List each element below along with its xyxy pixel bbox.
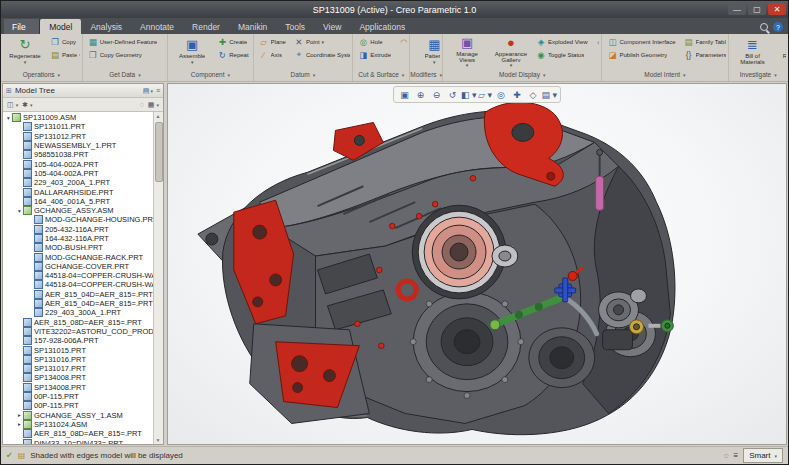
model-tree-item[interactable]: SP131015.PRT	[3, 345, 153, 354]
saved-orientations-icon[interactable]: ▤ ▾	[542, 88, 558, 101]
model-tree-item[interactable]: SP131016.PRT	[3, 355, 153, 364]
model-tree-item[interactable]: 00P-115.PRT	[3, 401, 153, 410]
model-tree-item[interactable]: SP131017.PRT	[3, 364, 153, 373]
model-tree-item[interactable]: 00P-115.PRT	[3, 392, 153, 401]
help-icon[interactable]: ?	[773, 22, 783, 32]
scroll-up-icon[interactable]: ▲	[154, 112, 162, 120]
model-tree-item[interactable]: 105-404-002A.PRT	[3, 169, 153, 178]
ribbon-tab[interactable]: Annotate	[131, 19, 183, 34]
ribbon-button[interactable]: ▦ Pattern ▾	[412, 35, 440, 69]
ribbon-button[interactable]: ❐ Copy Geometry	[85, 48, 163, 61]
ribbon-button[interactable]: ◎ Hole	[355, 35, 396, 48]
model-tree-item[interactable]: DIN433_10=DIN433=.PRT	[3, 438, 153, 444]
tree-scrollbar[interactable]: ▲ ▼	[153, 112, 163, 444]
ribbon-button[interactable]: ✚ Create	[214, 35, 250, 48]
model-tree-item[interactable]: AER_815_08D=AER_815=.PRT	[3, 318, 153, 327]
model-tree-item[interactable]: 105-404-002A.PRT	[3, 159, 153, 168]
ribbon-tab[interactable]: Model	[40, 19, 81, 34]
model-tree-item[interactable]: MOD-GCHANGE-HOUSING.PRT	[3, 215, 153, 224]
repaint-icon[interactable]: ↺	[445, 88, 460, 101]
ribbon-tab[interactable]: View	[314, 19, 350, 34]
model-tree-item[interactable]: 44518-04=COPPER-CRUSH-WASHERS	[3, 271, 153, 280]
ribbon-group-label-model-intent[interactable]: Model Intent▾	[604, 69, 725, 80]
model-tree-item[interactable]: VITE32202=ASTORU_COD_PRODCON=.PR	[3, 327, 153, 336]
model-tree-item[interactable]: 164_406_001A_5.PRT	[3, 197, 153, 206]
zoom-in-icon[interactable]: ⊕	[413, 88, 428, 101]
ribbon-group-label-operations[interactable]: Operations▾	[3, 69, 80, 80]
find-icon[interactable]: ◌	[724, 451, 729, 460]
model-tree-item[interactable]: 229_403_200A_1.PRT	[3, 178, 153, 187]
annotation-display-icon[interactable]: ◎	[494, 88, 509, 101]
ribbon-button[interactable]: ◉ Reference Viewer	[775, 35, 786, 69]
ribbon-group-label-model-display[interactable]: Model Display▾	[445, 69, 599, 80]
tree-show-icon[interactable]: ◫	[7, 101, 14, 109]
ribbon-button[interactable]: ❐ Copy	[47, 35, 80, 48]
datum-display-icon[interactable]: ▱ ▾	[478, 88, 493, 101]
model-tree-item[interactable]: 958551038.PRT	[3, 150, 153, 159]
ribbon-button[interactable]: ◉ Toggle Status	[533, 48, 593, 61]
ribbon-button[interactable]: ◫ Component Interface	[604, 35, 680, 48]
perspective-icon[interactable]: ◇	[526, 88, 541, 101]
tree-columns-icon[interactable]: ▤	[143, 87, 150, 95]
model-tree-item[interactable]: GCHANGE-COVER.PRT	[3, 262, 153, 271]
tree-options-icon[interactable]: ≡	[156, 87, 160, 94]
ribbon-button[interactable]: ▧ Shrinkwrap	[162, 35, 165, 48]
tree-search-icon[interactable]: ◌	[140, 101, 144, 108]
ribbon-button[interactable]: ∕ Axis	[256, 48, 291, 61]
ribbon-button[interactable]: ▤ Family Table	[681, 35, 726, 48]
ribbon-button[interactable]: ◪ Publish Geometry	[604, 48, 680, 61]
ribbon-group-label-cut-surface[interactable]: Cut & Surface▾	[355, 69, 407, 80]
tree-filter-icon[interactable]: ▦	[148, 101, 155, 109]
search-icon[interactable]	[760, 23, 768, 31]
minimize-button[interactable]: —	[728, 3, 746, 15]
model-tree-item[interactable]: 157-928-006A.PRT	[3, 336, 153, 345]
ribbon-button[interactable]: ◇ Edit Position	[593, 35, 600, 48]
ribbon-button[interactable]: ▣ Assemble ▾	[170, 35, 214, 69]
model-tree-item[interactable]: MOD-GCHANGE-RACK.PRT	[3, 252, 153, 261]
scroll-down-icon[interactable]: ▼	[154, 436, 162, 444]
ribbon-button[interactable]: ▦ User-Defined Feature	[85, 35, 163, 48]
close-button[interactable]: ✕	[768, 3, 786, 15]
ribbon-button[interactable]: ≣ Bill of Materials	[731, 35, 775, 69]
model-tree-item[interactable]: AER_815_04D=AER_815=.PRT	[3, 290, 153, 299]
model-tree-item[interactable]: ▾ GCHANGE_ASSY.ASM	[3, 206, 153, 215]
ribbon-button[interactable]: {} Parameters	[681, 48, 726, 61]
model-tree-item[interactable]: 164-432-116A.PRT	[3, 234, 153, 243]
model-tree-item[interactable]: ▾ SP131009.ASM	[3, 113, 153, 122]
ribbon-button[interactable]: ↻ Regenerate ▾	[3, 35, 47, 69]
tree-scrollbar-thumb[interactable]	[155, 122, 163, 182]
model-tree-item[interactable]: SP131011.PRT	[3, 122, 153, 131]
tree-settings-icon[interactable]: ✱	[22, 101, 28, 109]
ribbon-tab[interactable]: Manikin	[229, 19, 276, 34]
ribbon-tab[interactable]: Analysis	[81, 19, 131, 34]
model-tree-item[interactable]: 44518-04=COPPER-CRUSH-WASHERS	[3, 280, 153, 289]
ribbon-button[interactable]: ↻ Repeat	[214, 48, 250, 61]
ribbon-tab[interactable]: Applications	[350, 19, 414, 34]
refit-icon[interactable]: ▣	[397, 88, 412, 101]
ribbon-group-label-modifiers[interactable]: Modifiers▾	[412, 69, 440, 80]
maximize-button[interactable]: ▢	[748, 3, 766, 15]
ribbon-button[interactable]: ▣ Manage Views ▾	[445, 35, 489, 69]
ribbon-tab[interactable]: Tools	[276, 19, 314, 34]
ribbon-group-label-investigate[interactable]: Investigate▾	[731, 69, 786, 80]
selection-filter-dropdown[interactable]: Smart ▾	[743, 448, 783, 463]
ribbon-button[interactable]: ▤ Paste ▾	[47, 48, 80, 61]
expand-arrow-icon[interactable]: ▸	[16, 412, 23, 418]
model-tree-item[interactable]: MOD-BUSH.PRT	[3, 243, 153, 252]
model-tree-item[interactable]: SP131012.PRT	[3, 132, 153, 141]
model-tree-item[interactable]: NEWASSEMBLY_1.PRT	[3, 141, 153, 150]
ribbon-button[interactable]: ◨ Extrude	[355, 48, 396, 61]
ribbon-button[interactable]: ▱ Plane	[256, 35, 291, 48]
ribbon-button[interactable]: ✕ Point ▾	[291, 35, 350, 48]
select-list-icon[interactable]: ≡	[733, 451, 738, 460]
model-tree-item[interactable]: SP134008.PRT	[3, 373, 153, 382]
ribbon-group-label-get-data[interactable]: Get Data▾	[85, 69, 166, 80]
zoom-out-icon[interactable]: ⊖	[429, 88, 444, 101]
model-tree-item[interactable]: 205-432-116A.PRT	[3, 225, 153, 234]
file-menu-button[interactable]: File ▾	[4, 19, 40, 34]
model-tree-item[interactable]: AER_815_08D=AER_815=.PRT	[3, 429, 153, 438]
3d-viewport[interactable]: ▣ ⊕ ⊖ ↺ ◧ ▾ ▱ ▾ ◎ ✚ ◇ ▤ ▾	[167, 83, 787, 445]
expand-arrow-icon[interactable]: ▾	[5, 115, 12, 121]
spin-center-icon[interactable]: ✚	[510, 88, 525, 101]
expand-arrow-icon[interactable]: ▸	[16, 421, 23, 427]
